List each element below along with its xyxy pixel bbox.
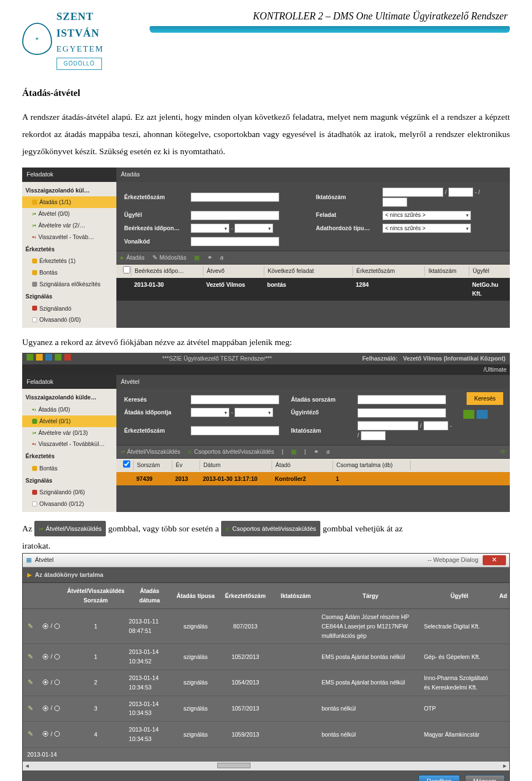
sidebar-item-visszavetel[interactable]: •‹Visszavétel - Továbbkül… xyxy=(22,438,116,450)
toolbar-modositas-button[interactable]: ✎Módosítás xyxy=(152,253,186,262)
date-from[interactable] xyxy=(191,408,229,417)
radio-reject[interactable] xyxy=(54,654,60,660)
list-row[interactable]: 97439 2013 2013-01-30 13:17:10 Kontrolle… xyxy=(116,472,510,486)
save-icon[interactable] xyxy=(477,410,488,419)
bolt-icon[interactable] xyxy=(55,354,62,361)
input-ugyfel[interactable] xyxy=(191,211,279,220)
scrollbar-thumb[interactable] xyxy=(217,763,250,768)
toolbar-attach-icon[interactable]: a xyxy=(326,447,330,457)
input-iktatoszam-1[interactable] xyxy=(382,187,443,197)
sidebar-item-atvetel[interactable]: Átvétel (0/1) xyxy=(22,415,116,427)
radio-reject[interactable] xyxy=(54,623,60,629)
horizontal-scrollbar[interactable] xyxy=(23,762,509,770)
inline-csoportos-button[interactable]: ›:Csoportos átvétel/visszaküldés xyxy=(221,521,320,536)
excel-icon[interactable] xyxy=(463,410,474,419)
select-all-checkbox[interactable] xyxy=(123,266,130,273)
radio-accept[interactable] xyxy=(43,623,48,629)
col-kovetkezo[interactable]: Következő feladat xyxy=(264,266,352,276)
input-iktatoszam-1[interactable] xyxy=(357,421,418,430)
sidebar-item-szignalando[interactable]: Szignálandó (0/6) xyxy=(22,486,116,498)
toolbar-atadas-button[interactable]: ▸Átadás xyxy=(121,253,145,262)
col-sorszam[interactable]: Sorszám xyxy=(133,460,172,470)
select-adathordozo[interactable]: < nincs szűrés > xyxy=(382,224,471,233)
dialog-table-row[interactable]: ✎ / 12013-01-11 08:47:51szignálás807/201… xyxy=(23,609,509,644)
sidebar-item-bontas[interactable]: Bontás xyxy=(22,463,116,474)
edit-icon[interactable]: ✎ xyxy=(28,730,33,738)
col-ev[interactable]: Év xyxy=(172,460,200,470)
input-erkeztszam[interactable] xyxy=(191,426,279,435)
toolbar-excel-icon[interactable]: ▦ xyxy=(291,447,296,457)
col-csomag[interactable]: Csomag tartalma (db) xyxy=(332,460,410,470)
input-erkeztszam[interactable] xyxy=(191,192,279,202)
dialog-table-row[interactable]: ✎ / 42013-01-14 10:34:53szignálás1059/20… xyxy=(23,722,509,748)
inline-atvetel-button[interactable]: ›•Átvétel/Visszaküldés xyxy=(34,521,106,536)
input-iktatoszam-2[interactable] xyxy=(448,187,473,197)
radio-accept[interactable] xyxy=(43,679,48,685)
radio-group[interactable]: / xyxy=(43,678,60,687)
dialog-table-row[interactable]: ✎ / 12013-01-14 10:34:52szignálás1052/20… xyxy=(23,644,509,670)
refresh-icon[interactable]: ⟳ xyxy=(500,447,505,457)
radio-group[interactable]: / xyxy=(43,652,60,661)
radio-reject[interactable] xyxy=(54,731,60,737)
date-from[interactable] xyxy=(191,224,229,233)
toolbar-atvetel-button[interactable]: ›•Átvétel/Visszaküldés xyxy=(121,447,180,457)
input-kereses[interactable] xyxy=(191,395,279,404)
select-feladat[interactable]: < nincs szűrés > xyxy=(382,211,471,220)
toolbar-excel-icon[interactable]: ▦ xyxy=(194,253,200,262)
radio-reject[interactable] xyxy=(54,679,60,685)
col-atvevo[interactable]: Átvevő xyxy=(203,266,264,276)
sidebar-item-atadas[interactable]: •›Átadás (0/0) xyxy=(22,404,116,415)
dialog-table-row[interactable]: ✎ / 32013-01-14 10:34:53szignálás1057/20… xyxy=(23,696,509,722)
col-beerkezes[interactable]: Beérkezés időpo… xyxy=(131,266,203,276)
radio-group[interactable]: / xyxy=(43,729,60,739)
date-to[interactable] xyxy=(234,224,273,233)
bolt-icon[interactable] xyxy=(64,354,71,361)
edit-icon[interactable]: ✎ xyxy=(28,653,33,661)
sidebar-item-visszavetel[interactable]: •‹Visszavétel - Továb… xyxy=(22,231,116,243)
sidebar-item-atadas[interactable]: Átadás (1/1) xyxy=(22,196,116,208)
toolbar-link-icon[interactable]: ⚭ xyxy=(314,447,319,457)
sidebar-item-atvetel[interactable]: ›•Átvétel (0/0) xyxy=(22,208,116,220)
flag-icon[interactable] xyxy=(36,354,43,361)
toolbar-csoportos-button[interactable]: ›:Csoportos átvétel/visszaküldés xyxy=(188,447,274,457)
date-to[interactable] xyxy=(234,408,273,417)
input-iktatoszam-2[interactable] xyxy=(423,421,448,430)
radio-group[interactable]: / xyxy=(43,621,60,631)
input-vonalkod[interactable] xyxy=(191,237,279,246)
toolbar-attach-icon[interactable]: a xyxy=(220,253,223,262)
select-all-checkbox[interactable] xyxy=(123,460,130,468)
input-ugyintezo[interactable] xyxy=(357,408,446,418)
sidebar-item-olvasando[interactable]: Olvasandó (0/0) xyxy=(22,314,116,326)
edit-icon[interactable]: ✎ xyxy=(28,622,33,630)
radio-group[interactable]: / xyxy=(43,703,60,713)
col-atado[interactable]: Átadó xyxy=(272,460,332,470)
col-ugyfel[interactable]: Ügyfél xyxy=(469,266,507,276)
search-button[interactable]: Keresés xyxy=(467,392,504,405)
sidebar-item-bontas[interactable]: Bontás xyxy=(22,267,116,278)
input-iktatoszam-3[interactable] xyxy=(361,431,386,440)
radio-accept[interactable] xyxy=(43,731,48,737)
sidebar-item-atvetelre-var[interactable]: ›•Átvételre vár (0/13) xyxy=(22,427,116,439)
radio-accept[interactable] xyxy=(43,654,48,660)
toolbar-link-icon[interactable]: ⚭ xyxy=(207,253,212,262)
flag-icon[interactable] xyxy=(45,354,52,361)
edit-icon[interactable]: ✎ xyxy=(28,678,33,686)
col-erkeztszam[interactable]: Érkeztetőszám xyxy=(352,266,424,276)
sidebar-item-erkeztetes[interactable]: Érkeztetés (1) xyxy=(22,255,116,267)
flag-icon[interactable] xyxy=(27,354,33,361)
dialog-table-row[interactable]: ✎ / 22013-01-14 10:34:53szignálás1054/20… xyxy=(23,670,509,696)
sidebar-item-szignalasra[interactable]: Szignálásra előkészítés xyxy=(22,278,116,290)
col-datum[interactable]: Dátum xyxy=(200,460,272,470)
edit-icon[interactable]: ✎ xyxy=(28,704,33,712)
radio-reject[interactable] xyxy=(54,706,60,711)
close-icon[interactable]: ✕ xyxy=(483,555,506,565)
cancel-button[interactable]: Mégsem xyxy=(465,775,505,781)
sidebar-item-olvasando[interactable]: Olvasandó (0/12) xyxy=(22,498,116,510)
sidebar-item-atvetelre-var[interactable]: ›•Átvételre vár (2/… xyxy=(22,220,116,231)
input-atadas-sorszam[interactable] xyxy=(357,395,446,404)
ok-button[interactable]: Rendben xyxy=(418,775,460,781)
sidebar-item-szignalando[interactable]: Szignálandó xyxy=(22,303,116,315)
list-row[interactable]: 2013-01-30 Vezető Vilmos bontás 1284 Net… xyxy=(116,278,510,301)
radio-accept[interactable] xyxy=(43,706,48,711)
col-iktatoszam[interactable]: Iktatószám xyxy=(424,266,469,276)
